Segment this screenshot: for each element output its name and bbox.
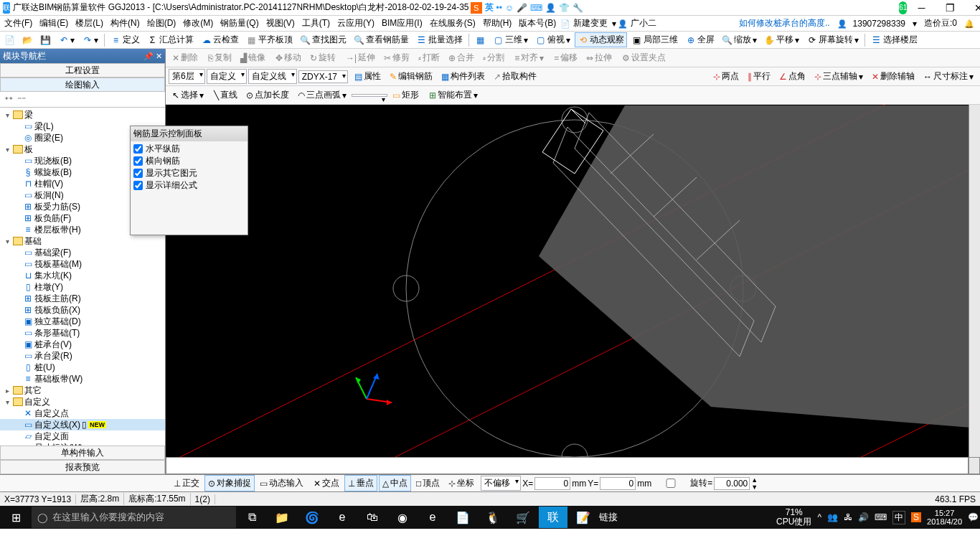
open-button[interactable]: 📂: [19, 33, 36, 47]
tree-item[interactable]: ≡基础板带(W): [0, 373, 165, 385]
app-note-icon[interactable]: 📝: [569, 507, 598, 528]
tree-item[interactable]: ⊞筏板主筋(R): [0, 293, 165, 304]
app-mgr-icon[interactable]: 🛒: [509, 507, 537, 528]
menu-view[interactable]: 视图(V): [263, 17, 298, 29]
mid-button[interactable]: △ 中点: [379, 475, 411, 491]
y-input[interactable]: [600, 477, 636, 490]
view-rebar-button[interactable]: 🔍查看钢筋量: [351, 32, 412, 47]
top-view-button[interactable]: ▢俯视▾: [532, 32, 573, 47]
collapse-all-icon[interactable]: ⁻⁻: [17, 95, 26, 105]
attr-button[interactable]: ▤属性: [351, 68, 385, 85]
arc-opt-combo[interactable]: [352, 94, 387, 97]
phone-label[interactable]: 13907298339: [853, 19, 905, 29]
menu-help[interactable]: 帮助(H): [480, 17, 515, 29]
menu-bim[interactable]: BIM应用(I): [379, 17, 425, 29]
ime-bar[interactable]: S 英 •• ☺ 🎤 ⌨ 👤 👕 🔧: [471, 1, 584, 14]
trim-button[interactable]: ✂ 修剪: [380, 50, 413, 66]
zoom-button[interactable]: 🔍缩放▾: [719, 32, 760, 47]
coord-button[interactable]: ⊹ 坐标: [445, 475, 478, 491]
menu-draw[interactable]: 绘图(D): [144, 17, 179, 29]
offset-combo[interactable]: 不偏移: [481, 476, 521, 491]
app-file-icon[interactable]: 📄: [448, 507, 477, 528]
tree-item[interactable]: ✕自定义点: [0, 408, 165, 419]
ime-tool-icon[interactable]: 🔧: [573, 3, 583, 13]
find-elem-button[interactable]: 🔍查找图元: [297, 32, 349, 47]
app-edge-icon[interactable]: e: [328, 507, 357, 528]
expand-icon-button[interactable]: ▦: [472, 33, 489, 47]
rebar-panel-title[interactable]: 钢筋显示控制面板: [131, 126, 248, 141]
del-axis-button[interactable]: ✕删除辅轴: [868, 68, 918, 85]
ime-user-icon[interactable]: 👤: [545, 3, 556, 13]
merge-button[interactable]: ⊕ 合并: [445, 50, 478, 66]
rect-button[interactable]: ▭矩形: [389, 87, 423, 103]
ime-skin-icon[interactable]: 👕: [559, 3, 570, 13]
tree-qita[interactable]: ▸其它: [0, 385, 165, 396]
task-view-icon[interactable]: ⧉: [237, 507, 266, 528]
tree-zdy[interactable]: ▾自定义: [0, 396, 165, 408]
maximize-button[interactable]: ❐: [936, 2, 964, 14]
rotate-button[interactable]: ↻ 旋转: [306, 50, 339, 66]
dyninput-button[interactable]: ▭ 动态输入: [256, 475, 307, 491]
menu-version[interactable]: 版本号(B): [516, 17, 559, 29]
tray-up-icon[interactable]: ^: [817, 512, 821, 522]
app-swirl-icon[interactable]: 🌀: [298, 507, 326, 528]
int-button[interactable]: ✕ 交点: [310, 475, 343, 491]
angle-button[interactable]: ∠点角: [776, 68, 809, 85]
ime-smile-icon[interactable]: ☺: [505, 3, 514, 13]
tree-item-selected[interactable]: ▭自定义线(X)▯NEW: [0, 419, 165, 430]
taskbar-search[interactable]: ◯ 在这里输入你要搜索的内容: [32, 507, 236, 528]
tray-clock[interactable]: 15:272018/4/20: [927, 509, 962, 526]
tree-item[interactable]: ▱自定义面: [0, 430, 165, 442]
screen-rotate-button[interactable]: ⟳屏幕旋转▾: [804, 32, 862, 47]
app-store-icon[interactable]: 🛍: [358, 507, 387, 528]
panel-settings[interactable]: 工程设置: [0, 63, 165, 77]
sogou-icon[interactable]: S: [471, 2, 482, 14]
start-button[interactable]: ⊞: [1, 507, 30, 528]
panel-single[interactable]: 单构件输入: [0, 446, 165, 460]
x-input[interactable]: [534, 477, 570, 490]
extend-button[interactable]: →| 延伸: [342, 50, 379, 66]
viewport[interactable]: [166, 105, 980, 474]
tree-item[interactable]: ▭承台梁(R): [0, 350, 165, 362]
vertical-scrollbar[interactable]: [969, 105, 980, 457]
ortho-button[interactable]: ⊥ 正交: [170, 475, 203, 491]
new-change-button[interactable]: 新建变更: [570, 17, 611, 29]
menu-modify[interactable]: 修改(M): [180, 17, 216, 29]
app-ie-icon[interactable]: e: [418, 507, 447, 528]
mirror-button[interactable]: ▟ 镜像: [237, 50, 269, 66]
smart-place-button[interactable]: ⊞智能布置▾: [425, 87, 481, 103]
dim-button[interactable]: ↔尺寸标注▾: [920, 68, 977, 85]
bell-icon[interactable]: 🔔: [964, 19, 973, 28]
3d-button[interactable]: ▢三维▾: [490, 32, 531, 47]
menu-file[interactable]: 文件(F): [1, 17, 35, 29]
close-button[interactable]: ✕: [964, 2, 980, 14]
parallel-button[interactable]: ∥平行: [744, 68, 774, 85]
osnap-button[interactable]: ⊙ 对象捕捉: [204, 475, 255, 491]
break-button[interactable]: ⸗ 打断: [415, 50, 443, 66]
undo-button[interactable]: ↶▾: [55, 33, 77, 47]
arc-button[interactable]: ◠ 三点画弧▾: [294, 87, 350, 103]
sum-button[interactable]: Σ汇总计算: [144, 32, 197, 47]
tree-item[interactable]: ⊔集水坑(K): [0, 270, 165, 281]
notify-badge[interactable]: 61: [899, 1, 907, 14]
three-axis-button[interactable]: ⊹三点辅轴▾: [811, 68, 867, 85]
perp-button[interactable]: ⊥ 垂点: [344, 475, 377, 491]
opt-h-rebar[interactable]: 水平纵筋: [133, 143, 245, 155]
split-button[interactable]: ⸗ 分割: [479, 50, 508, 66]
tray-notify-icon[interactable]: 💬: [968, 512, 979, 522]
ime-mic-icon[interactable]: 🎤: [517, 3, 527, 13]
tree-item[interactable]: ▭基础梁(F): [0, 247, 165, 258]
app-ggj-icon[interactable]: 联: [539, 507, 567, 528]
select-floor-button[interactable]: ☰选择楼层: [868, 32, 920, 47]
rebar-display-panel[interactable]: 钢筋显示控制面板 水平纵筋 横向钢筋 显示其它图元 显示详细公式: [130, 126, 248, 235]
pick-button[interactable]: ↗拾取构件: [490, 68, 540, 85]
batch-select-button[interactable]: ☰批量选择: [413, 32, 466, 47]
tip-link[interactable]: 如何修改桩承台的高度..: [739, 17, 830, 29]
copy-button[interactable]: ⎘ 复制: [204, 50, 235, 66]
flat-top-button[interactable]: ▦平齐板顶: [243, 32, 296, 47]
app-cortana-icon[interactable]: ◉: [388, 507, 417, 528]
grip-button[interactable]: ⚙ 设置夹点: [618, 50, 669, 66]
menu-cloud[interactable]: 云应用(Y): [334, 17, 377, 29]
panel-report[interactable]: 报表预览: [0, 460, 165, 474]
new-file-button[interactable]: 📄: [1, 33, 18, 47]
